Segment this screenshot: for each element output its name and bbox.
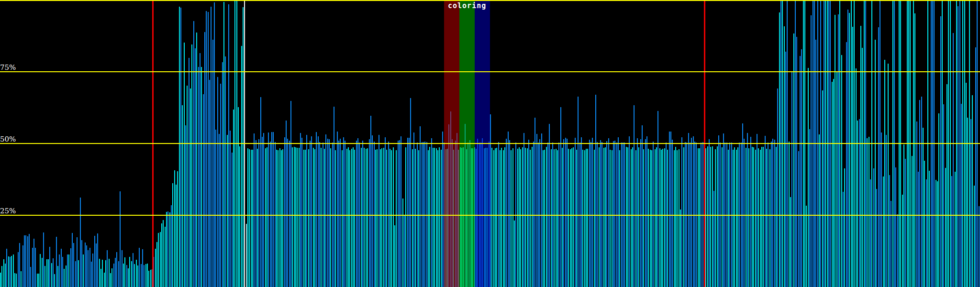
frame-bar bbox=[0, 273, 1, 287]
frame-bar bbox=[765, 136, 766, 287]
frame-bar bbox=[338, 141, 339, 287]
frame-bar bbox=[1, 266, 2, 287]
frame-bar bbox=[606, 141, 607, 287]
frame-bar bbox=[167, 211, 168, 287]
frame-bar bbox=[289, 141, 290, 287]
frame-bar bbox=[19, 243, 20, 287]
frame-bar bbox=[549, 124, 550, 287]
frame-bar bbox=[233, 110, 234, 287]
frame-bar bbox=[905, 159, 906, 287]
bitrate-graph: 75% 50% 25% coloring bbox=[0, 0, 980, 287]
frame-bar bbox=[728, 150, 729, 287]
frame-bar bbox=[811, 15, 812, 287]
frame-bar bbox=[736, 150, 737, 287]
frame-bar bbox=[267, 147, 267, 287]
frame-bar bbox=[681, 137, 682, 287]
frame-bar bbox=[748, 148, 749, 287]
frame-bar bbox=[634, 105, 635, 287]
frame-bar bbox=[857, 121, 858, 287]
frame-bar bbox=[790, 197, 791, 287]
frame-bar bbox=[784, 26, 785, 287]
frame-bar bbox=[99, 259, 100, 287]
frame-bar bbox=[587, 149, 588, 287]
frame-bar bbox=[91, 262, 92, 287]
frame-bar bbox=[849, 13, 850, 287]
frame-bar bbox=[318, 136, 319, 287]
frame-bar bbox=[895, 167, 896, 287]
frame-bar bbox=[399, 140, 400, 287]
frame-bar bbox=[346, 149, 347, 287]
frame-bar bbox=[38, 274, 39, 287]
frame-bar bbox=[204, 32, 205, 287]
frame-bar bbox=[78, 260, 79, 287]
frame-bar bbox=[59, 254, 60, 287]
frame-bar bbox=[262, 137, 263, 287]
frame-bar bbox=[974, 186, 975, 287]
frame-bar bbox=[653, 142, 654, 287]
frame-bar bbox=[220, 84, 221, 287]
frame-bar bbox=[176, 185, 177, 287]
scene-marker-2 bbox=[704, 1, 705, 287]
frame-bar bbox=[292, 147, 293, 287]
coloring-label: coloring bbox=[448, 1, 486, 10]
frame-bar bbox=[286, 121, 287, 287]
frame-bar bbox=[206, 11, 207, 287]
frame-bar bbox=[43, 232, 44, 287]
frame-bar bbox=[856, 68, 857, 287]
frame-bar bbox=[238, 107, 239, 287]
frame-bar bbox=[836, 72, 837, 287]
frame-bar bbox=[92, 254, 93, 287]
frame-bar bbox=[354, 150, 355, 287]
frame-bar bbox=[881, 132, 882, 287]
frame-bar bbox=[707, 146, 708, 287]
frame-bar bbox=[239, 146, 240, 287]
frame-bar bbox=[77, 237, 78, 287]
frame-bar bbox=[914, 13, 915, 287]
frame-bar bbox=[268, 132, 269, 287]
frame-bar bbox=[504, 147, 505, 287]
frame-bar bbox=[166, 212, 167, 287]
frame-bar bbox=[659, 148, 660, 287]
frame-bar bbox=[428, 150, 429, 287]
frame-bar bbox=[791, 72, 792, 287]
frame-bar bbox=[300, 133, 301, 287]
frame-bar bbox=[122, 250, 122, 287]
frame-bar bbox=[568, 149, 569, 287]
frame-bar bbox=[945, 168, 946, 287]
frame-bar bbox=[573, 147, 574, 287]
frame-bar bbox=[247, 148, 248, 287]
frame-bar bbox=[391, 150, 392, 287]
frame-bar bbox=[16, 274, 17, 287]
gridline-25 bbox=[0, 215, 980, 216]
frame-bar bbox=[113, 264, 114, 287]
coloring-band-green bbox=[459, 1, 475, 287]
frame-bar bbox=[200, 53, 200, 287]
frame-bar bbox=[214, 2, 215, 287]
frame-bar bbox=[715, 149, 716, 287]
frame-bar bbox=[420, 126, 421, 287]
frame-bar bbox=[657, 111, 658, 287]
frame-bar bbox=[940, 16, 941, 287]
frame-bar bbox=[81, 240, 82, 287]
frame-bar bbox=[345, 141, 345, 287]
frame-bar bbox=[500, 150, 501, 287]
frame-bar bbox=[744, 139, 745, 287]
frame-bar bbox=[680, 210, 681, 287]
frame-bar bbox=[278, 150, 278, 287]
frame-bar bbox=[18, 252, 19, 287]
frame-bar bbox=[638, 147, 639, 287]
frame-bar bbox=[14, 273, 15, 287]
frame-bar bbox=[211, 7, 212, 287]
frame-bar bbox=[401, 136, 401, 287]
frame-bar bbox=[21, 271, 22, 287]
frame-bar bbox=[493, 150, 494, 287]
frame-bar bbox=[177, 171, 178, 287]
frame-bar bbox=[56, 237, 57, 287]
frame-bar bbox=[215, 130, 216, 287]
frame-bar bbox=[691, 138, 692, 287]
frame-bar bbox=[342, 150, 343, 287]
frame-bar bbox=[833, 79, 834, 287]
frame-bar bbox=[651, 150, 652, 287]
frame-bar bbox=[562, 148, 563, 287]
frame-bar bbox=[875, 40, 876, 287]
